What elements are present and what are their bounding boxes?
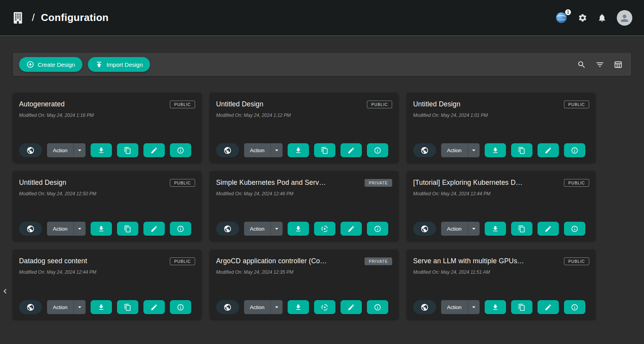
edit-button[interactable] (538, 300, 559, 314)
info-button[interactable] (564, 222, 585, 236)
download-button[interactable] (91, 143, 112, 157)
globe-icon (421, 303, 429, 311)
chevron-down-icon[interactable] (74, 143, 86, 157)
pencil-icon (150, 147, 158, 154)
action-label: Action (244, 222, 271, 236)
bell-icon[interactable] (597, 13, 607, 23)
globe-icon (421, 146, 429, 155)
info-icon (374, 304, 381, 311)
info-button[interactable] (367, 143, 388, 157)
visibility-globe-button[interactable] (216, 222, 239, 236)
edit-button[interactable] (538, 143, 559, 157)
info-button[interactable] (367, 300, 388, 314)
info-button[interactable] (170, 222, 191, 236)
table-view-icon[interactable] (614, 60, 623, 69)
action-split-button[interactable]: Action (47, 222, 86, 236)
action-split-button[interactable]: Action (244, 143, 283, 157)
clone-button[interactable] (314, 143, 335, 157)
clone-button[interactable] (511, 222, 532, 236)
action-split-button[interactable]: Action (244, 300, 283, 314)
swirl-icon (321, 225, 328, 233)
action-split-button[interactable]: Action (441, 143, 480, 157)
download-button[interactable] (485, 300, 506, 314)
building-icon[interactable] (12, 11, 24, 25)
info-button[interactable] (170, 143, 191, 157)
design-title: Serve an LLM with multiple GPUs… (413, 257, 558, 266)
download-button[interactable] (91, 222, 112, 236)
visibility-globe-button[interactable] (19, 300, 42, 314)
visibility-globe-button[interactable] (19, 143, 42, 157)
chevron-down-icon[interactable] (271, 222, 283, 236)
info-button[interactable] (564, 300, 585, 314)
provider-badge-icon[interactable]: 1 (555, 11, 568, 24)
gear-icon[interactable] (578, 13, 587, 23)
visibility-badge: PUBLIC (170, 257, 195, 265)
visibility-globe-button[interactable] (413, 222, 436, 236)
visibility-badge: PUBLIC (564, 101, 589, 108)
action-split-button[interactable]: Action (441, 222, 480, 236)
visibility-globe-button[interactable] (19, 222, 42, 236)
collapse-panel-button[interactable] (0, 286, 10, 297)
clone-button[interactable] (511, 143, 532, 157)
design-source-button[interactable] (314, 222, 335, 236)
info-button[interactable] (564, 143, 585, 157)
download-button[interactable] (485, 222, 506, 236)
action-split-button[interactable]: Action (441, 300, 480, 314)
download-button[interactable] (288, 222, 309, 236)
info-button[interactable] (170, 300, 191, 314)
modified-date: Modified On: May 24, 2024 1:16 PM (19, 113, 195, 118)
chevron-down-icon[interactable] (74, 222, 86, 236)
chevron-down-icon[interactable] (271, 143, 283, 157)
add-circle-icon (26, 61, 34, 68)
visibility-globe-button[interactable] (216, 143, 239, 157)
pencil-icon (347, 304, 355, 311)
filter-icon[interactable] (595, 60, 604, 69)
action-split-button[interactable]: Action (47, 143, 86, 157)
download-icon (295, 304, 302, 311)
edit-button[interactable] (143, 300, 165, 314)
edit-button[interactable] (340, 143, 362, 157)
download-button[interactable] (288, 300, 309, 314)
clone-button[interactable] (117, 222, 138, 236)
visibility-badge: PUBLIC (367, 101, 392, 108)
chevron-down-icon[interactable] (74, 300, 86, 314)
action-split-button[interactable]: Action (244, 222, 283, 236)
chevron-down-icon[interactable] (468, 143, 480, 157)
globe-icon (223, 303, 232, 311)
info-icon (571, 225, 578, 233)
avatar[interactable] (617, 10, 632, 26)
action-label: Action (47, 143, 73, 157)
breadcrumb-separator: / (32, 12, 35, 24)
visibility-globe-button[interactable] (413, 143, 436, 157)
download-icon (492, 304, 499, 311)
search-icon[interactable] (577, 60, 586, 69)
info-button[interactable] (367, 222, 388, 236)
download-button[interactable] (288, 143, 309, 157)
modified-date: Modified On: May 24, 2024 1:01 PM (413, 113, 589, 118)
design-source-button[interactable] (314, 300, 335, 314)
edit-button[interactable] (143, 222, 165, 236)
chevron-down-icon[interactable] (271, 300, 283, 314)
visibility-globe-button[interactable] (413, 300, 436, 314)
download-button[interactable] (485, 143, 506, 157)
chevron-down-icon[interactable] (468, 300, 480, 314)
clone-button[interactable] (117, 143, 138, 157)
download-icon (295, 225, 302, 233)
pencil-icon (545, 304, 552, 311)
clone-button[interactable] (117, 300, 138, 314)
edit-button[interactable] (340, 222, 362, 236)
chevron-down-icon[interactable] (468, 222, 480, 236)
clone-button[interactable] (511, 300, 532, 314)
action-split-button[interactable]: Action (47, 300, 86, 314)
download-button[interactable] (91, 300, 112, 314)
edit-button[interactable] (143, 143, 165, 157)
action-label: Action (47, 222, 73, 236)
visibility-badge: PUBLIC (564, 257, 589, 265)
visibility-globe-button[interactable] (216, 300, 239, 314)
pencil-icon (347, 225, 355, 233)
edit-button[interactable] (340, 300, 362, 314)
edit-button[interactable] (538, 222, 559, 236)
create-design-button[interactable]: Create Design (19, 57, 82, 72)
design-title: ArgoCD application controller (Co… (216, 257, 359, 266)
import-design-button[interactable]: Import Design (88, 57, 150, 72)
